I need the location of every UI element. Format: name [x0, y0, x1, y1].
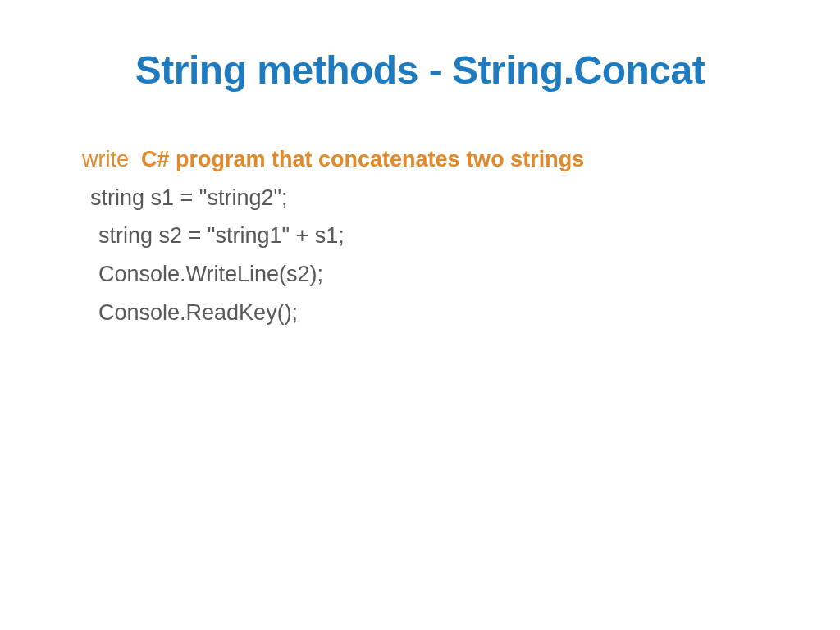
prompt-line: write C# program that concatenates two s… [82, 142, 758, 177]
code-line-1: string s1 = "string2"; [82, 180, 758, 216]
code-line-3: Console.WriteLine(s2); [82, 257, 758, 292]
slide-title: String methods - String.Concat [82, 48, 758, 93]
prompt-prefix: write [82, 147, 129, 171]
prompt-description: C# program that concatenates two strings [141, 147, 584, 171]
slide-container: String methods - String.Concat write C# … [0, 0, 840, 630]
code-line-4: Console.ReadKey(); [82, 295, 758, 331]
code-line-2: string s2 = "string1" + s1; [82, 218, 758, 253]
slide-content: write C# program that concatenates two s… [82, 142, 758, 330]
